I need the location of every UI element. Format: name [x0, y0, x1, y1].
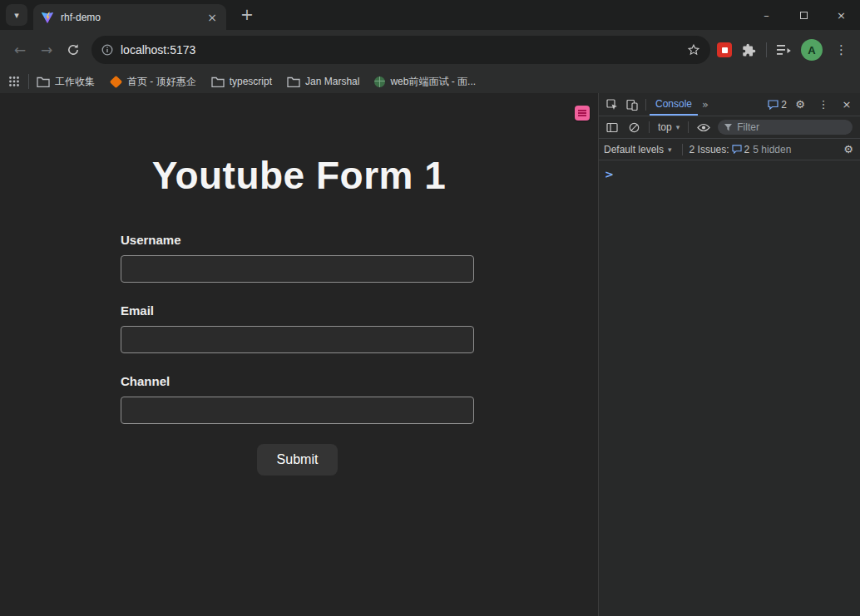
bookmark-item-work[interactable]: 工作收集: [37, 75, 95, 89]
console-output[interactable]: >: [599, 160, 860, 188]
browser-tab[interactable]: rhf-demo ×: [33, 4, 226, 30]
extensions-puzzle-icon[interactable]: [742, 43, 756, 57]
extension-icon-red[interactable]: [717, 42, 732, 57]
issues-count-badge: 2: [781, 99, 787, 111]
console-levels-bar: Default levels ▾ 2 Issues: 2 5 hidden ⚙: [599, 139, 860, 160]
site-favicon-orange: [110, 77, 122, 86]
globe-icon: [374, 76, 385, 87]
extension-glyph: [722, 47, 728, 53]
maximize-icon: [800, 12, 808, 19]
apps-grid-icon[interactable]: [8, 76, 20, 87]
hidden-messages-label[interactable]: 5 hidden: [753, 144, 791, 155]
devtools-separator: [682, 144, 683, 155]
context-selector-value: top: [658, 121, 672, 133]
devtools-close-icon[interactable]: ×: [837, 96, 857, 114]
console-prompt-icon: >: [605, 168, 614, 180]
tab-strip: ▾ rhf-demo ×: [0, 0, 860, 30]
bookmark-item-typescript[interactable]: typescript: [211, 76, 272, 87]
devtools-panel: Console » 2 ⚙ ⋮ ×: [598, 93, 860, 616]
tab-search-button[interactable]: ▾: [6, 4, 27, 26]
browser-toolbar: ← → localhost:5173: [0, 30, 860, 70]
forward-button[interactable]: →: [33, 37, 60, 63]
live-expression-eye-icon[interactable]: [694, 118, 714, 136]
profile-avatar[interactable]: A: [801, 39, 823, 61]
notes-icon: [578, 110, 586, 111]
speech-bubble-icon: [768, 100, 778, 110]
youtube-form: Username Email Channel Submit: [121, 233, 474, 476]
devtools-separator: [649, 121, 650, 133]
devtools-settings-icon[interactable]: ⚙: [790, 96, 810, 114]
bookmarks-bar: 工作收集 首页 - 顶好惠企 typescript Jan Marshal we…: [0, 70, 860, 93]
channel-label: Channel: [121, 374, 474, 388]
bookmark-star-icon[interactable]: [687, 43, 700, 57]
filter-input[interactable]: [737, 121, 847, 133]
issues-link-count: 2: [744, 144, 750, 155]
bookmark-item-jan-marshal[interactable]: Jan Marshal: [287, 76, 359, 87]
devtools-separator: [688, 121, 689, 133]
chevron-down-icon: ▾: [14, 10, 19, 21]
address-bar[interactable]: localhost:5173: [91, 36, 710, 64]
url-text[interactable]: localhost:5173: [121, 43, 687, 57]
console-sidebar-icon[interactable]: [602, 118, 622, 136]
close-tab-icon[interactable]: ×: [205, 11, 219, 24]
log-levels-value: Default levels: [604, 144, 664, 155]
device-toolbar-icon[interactable]: [622, 96, 642, 114]
bookmark-label: Jan Marshal: [305, 76, 359, 87]
console-filter[interactable]: [718, 120, 853, 135]
email-label: Email: [121, 303, 474, 318]
browser-menu-button[interactable]: ⋮: [833, 42, 850, 57]
username-input[interactable]: [121, 255, 474, 283]
folder-icon: [211, 76, 225, 87]
devtools-separator: [645, 99, 646, 111]
minimize-button[interactable]: –: [748, 0, 785, 30]
folder-icon: [37, 76, 50, 87]
log-levels-selector[interactable]: Default levels ▾: [604, 144, 675, 155]
toolbar-separator: [766, 42, 767, 57]
tab-console[interactable]: Console: [650, 93, 698, 116]
bookmarks-separator: [28, 74, 29, 89]
bookmark-label: typescript: [230, 76, 272, 87]
page-content: Youtube Form 1 Username Email Channel Su…: [0, 93, 598, 616]
maximize-button[interactable]: [785, 0, 823, 30]
window-controls: – ×: [748, 0, 860, 30]
reload-button[interactable]: [60, 37, 86, 63]
caret-down-icon: ▾: [668, 145, 672, 154]
floating-extension-badge[interactable]: [575, 106, 590, 121]
issues-link[interactable]: 2 Issues: 2: [689, 144, 750, 155]
bookmark-label: 工作收集: [55, 75, 95, 89]
channel-input[interactable]: [121, 397, 474, 424]
devtools-toolbar-right: 2 ⚙ ⋮ ×: [768, 96, 857, 114]
issues-link-label: 2 Issues:: [689, 144, 729, 155]
submit-button[interactable]: Submit: [257, 444, 339, 476]
username-label: Username: [121, 233, 474, 247]
devtools-menu-icon[interactable]: ⋮: [813, 96, 833, 114]
context-selector[interactable]: top ▾: [655, 121, 683, 133]
folder-icon: [287, 76, 300, 87]
back-button[interactable]: ←: [7, 37, 33, 63]
toolbar-right-cluster: A ⋮: [717, 39, 853, 61]
bookmark-item-interview[interactable]: web前端面试 - 面...: [374, 75, 476, 89]
funnel-icon: [724, 123, 733, 132]
close-window-button[interactable]: ×: [823, 0, 860, 30]
console-settings-icon[interactable]: ⚙: [843, 143, 853, 155]
reload-icon: [67, 43, 80, 57]
caret-down-icon: ▾: [676, 123, 680, 131]
site-info-icon[interactable]: [101, 44, 113, 56]
page-title: Youtube Form 1: [0, 153, 598, 198]
browser-window: ▾ rhf-demo ×: [0, 0, 860, 616]
clear-console-icon[interactable]: [624, 118, 644, 136]
issues-counter[interactable]: 2: [768, 99, 787, 111]
inspect-element-icon[interactable]: [602, 96, 622, 114]
bookmark-item-homepage[interactable]: 首页 - 顶好惠企: [110, 75, 196, 89]
console-toolbar: top ▾: [599, 116, 860, 139]
vite-logo-icon: [41, 11, 54, 24]
media-playlist-icon[interactable]: [777, 44, 791, 56]
speech-bubble-icon: [732, 145, 742, 154]
devtools-main-toolbar: Console » 2 ⚙ ⋮ ×: [599, 93, 860, 116]
new-tab-button[interactable]: +: [236, 3, 258, 25]
email-input[interactable]: [121, 326, 474, 353]
more-tabs-button[interactable]: »: [698, 98, 713, 111]
bookmark-label: web前端面试 - 面...: [390, 75, 476, 89]
bookmark-label: 首页 - 顶好惠企: [127, 75, 196, 89]
tab-title: rhf-demo: [61, 12, 205, 23]
